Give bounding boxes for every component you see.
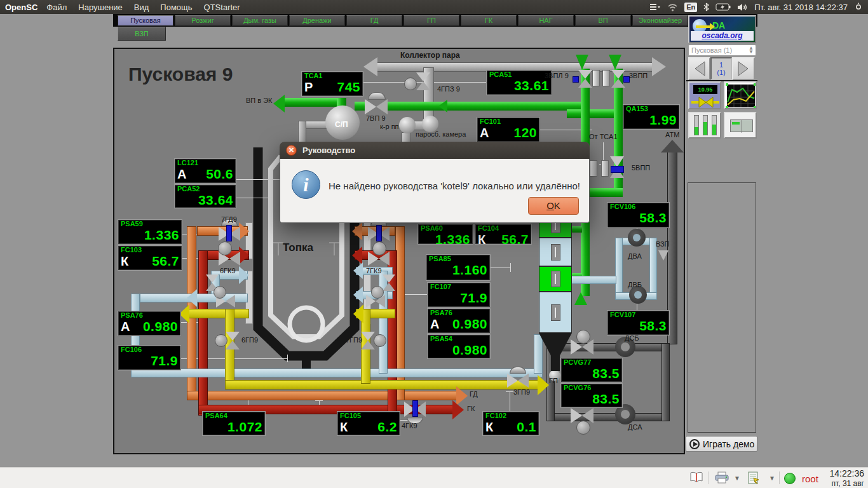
menu-qtstarter[interactable]: QTStarter bbox=[204, 3, 240, 12]
signal-line bbox=[315, 400, 323, 401]
tab-Дренажи[interactable]: Дренажи bbox=[289, 15, 345, 26]
valve-dome-icon bbox=[368, 92, 386, 100]
bluetooth-icon[interactable] bbox=[703, 3, 709, 11]
valve-circle-icon bbox=[404, 78, 417, 90]
connection-status-led bbox=[784, 473, 796, 484]
diagram-label: АТМ bbox=[665, 131, 679, 139]
pipe bbox=[187, 391, 458, 400]
next-page-button[interactable] bbox=[732, 57, 755, 80]
widget-valve-button[interactable]: 10.95 bbox=[688, 81, 721, 109]
diagram-label: ДСБ bbox=[625, 334, 639, 342]
pipe bbox=[585, 188, 623, 197]
valve-circle-icon bbox=[218, 241, 232, 255]
page-selector-dropdown[interactable]: Пусковая (1) ▲▼ bbox=[688, 44, 756, 56]
tab-vzp[interactable]: ВЗП bbox=[118, 27, 166, 41]
pipe bbox=[534, 334, 543, 374]
instrument-FCV107: FCV10758.3 bbox=[607, 310, 670, 336]
manual-book-icon[interactable] bbox=[689, 471, 703, 485]
dialog-titlebar[interactable]: ✕ Руководство bbox=[280, 142, 590, 159]
oscada-logo[interactable]: DA oscada.org bbox=[688, 15, 756, 43]
instrument-ТСА1: ТСА1Р745 bbox=[301, 71, 363, 97]
flow-arrow-icon bbox=[353, 262, 363, 279]
session-gear-icon[interactable] bbox=[854, 3, 863, 11]
tab-Дым. газы[interactable]: Дым. газы bbox=[232, 15, 288, 26]
valve-gate-icon bbox=[611, 166, 624, 173]
tab-ГП[interactable]: ГП bbox=[403, 15, 459, 26]
document-panel bbox=[688, 182, 756, 433]
menubar-clock[interactable]: Пт. авг. 31 2018 14:22:37 bbox=[754, 3, 848, 12]
play-icon bbox=[689, 439, 700, 449]
signal-line bbox=[236, 179, 281, 180]
print-dropdown-icon[interactable]: ▼ bbox=[734, 475, 740, 482]
play-demo-button[interactable]: Играть демо bbox=[686, 436, 757, 452]
instrument-FC103: FC103К56.7 bbox=[118, 245, 182, 271]
valve-disc-icon bbox=[602, 70, 610, 86]
spinner-arrows-icon[interactable]: ▲▼ bbox=[749, 46, 754, 54]
diagram-label: ВЗП bbox=[656, 240, 670, 248]
stack-stub bbox=[551, 355, 560, 371]
instrument-PSA54: PSA540.980 bbox=[427, 334, 491, 359]
page-number: 1 bbox=[719, 61, 723, 69]
logo-site-link[interactable]: oscada.org bbox=[691, 31, 754, 41]
dialog-close-icon[interactable]: ✕ bbox=[286, 145, 297, 156]
diagram-label: Топка bbox=[283, 241, 313, 254]
keyboard-layout-indicator[interactable]: En bbox=[684, 3, 697, 12]
print-icon[interactable] bbox=[714, 471, 729, 486]
valve-7vp9-icon bbox=[365, 99, 388, 114]
dialog-title: Руководство bbox=[302, 146, 355, 155]
pipe bbox=[283, 98, 341, 107]
indicator-menu-icon[interactable] bbox=[649, 3, 661, 11]
current-user[interactable]: root bbox=[802, 473, 818, 484]
manual-dialog: ✕ Руководство i Не найдено руководства '… bbox=[280, 142, 590, 223]
tab-Экономайзер[interactable]: Экономайзер bbox=[632, 15, 688, 26]
flow-arrow-icon bbox=[538, 375, 549, 395]
valve-gate-icon bbox=[412, 400, 418, 417]
instrument-FC104: FC104К56.7 bbox=[475, 224, 532, 245]
ok-button[interactable]: OK bbox=[528, 197, 579, 215]
diagram-label: С/П bbox=[335, 120, 348, 129]
tab-ГК[interactable]: ГК bbox=[461, 15, 517, 26]
gauge-bar-icon bbox=[703, 115, 708, 135]
volume-icon[interactable] bbox=[737, 3, 748, 11]
tasks-dropdown-icon[interactable]: ▼ bbox=[769, 475, 775, 482]
menu-file[interactable]: Файл bbox=[46, 3, 67, 12]
widget-panel-button[interactable] bbox=[724, 112, 757, 139]
pipe bbox=[188, 309, 249, 318]
battery-icon[interactable] bbox=[715, 3, 731, 11]
menu-help[interactable]: Помощь bbox=[160, 3, 192, 12]
fan-icon bbox=[628, 229, 646, 247]
gauge-bar-icon bbox=[694, 115, 699, 135]
instrument-PCA51: PCA5133.61 bbox=[486, 70, 552, 95]
funnel-icon bbox=[574, 292, 587, 305]
menu-violation[interactable]: Нарушение bbox=[78, 3, 123, 12]
tab-ГД[interactable]: ГД bbox=[346, 15, 402, 26]
wifi-icon[interactable] bbox=[667, 3, 678, 11]
tab-НАГ[interactable]: НАГ bbox=[518, 15, 574, 26]
tab-Пусковая[interactable]: Пусковая bbox=[118, 15, 173, 26]
diagram-label: ДСА bbox=[628, 423, 642, 431]
valve-circle-icon bbox=[576, 330, 590, 344]
prev-page-button[interactable] bbox=[688, 57, 710, 80]
menu-view[interactable]: Вид bbox=[134, 3, 149, 12]
valve-disc-icon bbox=[601, 160, 609, 177]
signal-line bbox=[181, 358, 288, 359]
funnel-icon bbox=[609, 55, 621, 70]
widget-gauges-button[interactable] bbox=[688, 112, 721, 139]
diagram-label: 5ВПП bbox=[632, 164, 650, 172]
info-icon: i bbox=[292, 170, 320, 199]
tab-ВП[interactable]: ВП bbox=[575, 15, 631, 26]
signal-line bbox=[287, 355, 288, 362]
signal-line bbox=[506, 391, 513, 392]
diagram-label: Коллектор пара bbox=[400, 51, 460, 60]
pipe bbox=[661, 343, 670, 421]
widget-panel-icon bbox=[730, 119, 753, 132]
page-number-button[interactable]: 1 (1) bbox=[710, 57, 732, 80]
tab-Розжиг[interactable]: Розжиг bbox=[175, 15, 231, 26]
tasks-doc-icon[interactable] bbox=[747, 471, 760, 487]
diagram-label: 3ВПП bbox=[629, 72, 648, 79]
instrument-PSA64: PSA641.072 bbox=[202, 411, 266, 436]
diagram-label: От ТСА1 bbox=[589, 133, 618, 140]
instrument-QA153: QA1531.99 bbox=[623, 104, 680, 130]
diagram-label: ДВА bbox=[628, 252, 642, 260]
widget-trend-button[interactable] bbox=[724, 81, 757, 109]
